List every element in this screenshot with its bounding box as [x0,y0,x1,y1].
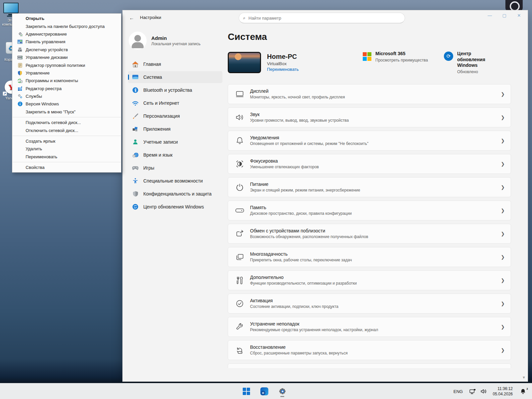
context-menu-item-label: Отключить сетевой диск... [26,128,78,133]
settings-row-activation[interactable]: Активация Состояние активации, подписки,… [228,294,511,314]
context-menu-item-label: Редактор реестра [26,86,62,91]
context-menu-item[interactable]: Панель управления [12,38,121,46]
outlook-taskbar-button[interactable] [258,385,271,398]
start-button[interactable] [240,385,253,398]
no-icon [17,16,23,21]
sidebar-item-label: Приложения [143,126,171,132]
context-menu-item[interactable]: Администрирование [12,30,121,38]
sidebar-item-home[interactable]: Главная [128,58,222,70]
sidebar-item-gaming[interactable]: Игры [128,162,222,174]
nearby-share-icon [235,229,245,239]
sidebar-item-label: Сеть и Интернет [143,100,179,106]
sidebar-item-label: Конфиденциальность и защита [143,191,211,197]
microsoft-365-card[interactable]: Microsoft 365 Просмотреть преимущества [363,51,429,74]
sidebar-item-system[interactable]: Система [128,71,222,83]
recovery-icon [235,345,245,355]
minimize-button[interactable]: — [482,10,497,20]
titlebar[interactable]: ← Настройки ⌕ Найти параметр — ▢ ✕ [123,10,528,26]
maximize-button[interactable]: ▢ [497,10,512,20]
sidebar-item-personalization[interactable]: Персонализация [128,110,222,122]
context-menu-item[interactable]: Подключить сетевой диск... [12,119,121,126]
bluetooth-icon [132,87,139,93]
chevron-right-icon: ❯ [501,208,505,213]
context-menu-item[interactable]: Создать ярлык [12,137,121,145]
context-menu-item[interactable]: Отключить сетевой диск... [12,126,121,134]
row-subtitle: Уровни громкости, вывод, ввод, звуковые … [250,118,349,123]
context-menu-item[interactable]: Службы [12,92,121,100]
scrollbar-down-arrow[interactable]: ▼ [522,375,526,379]
chevron-right-icon: ❯ [501,231,505,236]
partially-hidden-app-icon[interactable] [505,0,523,11]
context-menu-item[interactable]: Диспетчер устройств [12,46,121,54]
close-button[interactable]: ✕ [512,10,526,20]
sidebar-item-time-language[interactable]: Время и язык [128,149,222,161]
settings-row-focus[interactable]: Фокусировка Уменьшение отвлекающих факто… [228,154,511,174]
sidebar-item-accounts[interactable]: Учетные записи [128,136,222,148]
windows-update-card[interactable]: ⟳ Центр обновления Windows Обновлено [444,51,510,74]
context-menu-item[interactable]: Управление дисками [12,54,121,61]
settings-row-sound[interactable]: Звук Уровни громкости, вывод, ввод, звук… [228,107,511,127]
chevron-right-icon: ❯ [501,91,505,97]
notifications-icon [235,136,245,146]
context-menu-item[interactable]: Редактор реестра [12,85,121,92]
menu-separator [13,117,121,117]
settings-row-power[interactable]: Питание Экран и спящий режим, режим пита… [228,177,511,197]
update-title: Центр обновления Windows [457,51,500,68]
context-menu-item[interactable]: Закрепить в меню "Пуск" [12,108,121,116]
row-subtitle: Прикрепить окна, рабочие столы, переключ… [250,258,352,262]
accounts-icon [132,139,139,145]
dnd-z-badge: z [527,387,528,390]
search-input[interactable]: ⌕ Найти параметр [239,13,405,23]
context-menu-item-label: Управление дисками [26,55,68,60]
settings-row-nearby-share[interactable]: Обмен с устройствами поблизости Возможно… [228,224,511,244]
settings-row-recovery[interactable]: Восстановление Сброс, расширенные параме… [228,340,511,360]
context-menu-item[interactable]: Переименовать [12,153,121,161]
settings-taskbar-button[interactable] [276,385,289,398]
chevron-right-icon: ❯ [501,161,505,167]
chevron-right-icon: ❯ [501,324,505,330]
window-title: Настройки [140,15,161,20]
chevron-right-icon: ❯ [501,347,505,353]
settings-row-advanced[interactable]: Дополнительно Функции производительности… [228,270,511,290]
context-menu-item[interactable]: Удалить [12,145,121,153]
context-menu-item[interactable]: Программы и компоненты [12,77,121,84]
sidebar-item-label: Персонализация [143,113,180,119]
context-menu-item-label: Программы и компоненты [26,78,78,83]
notification-bell-icon[interactable]: z [519,388,527,395]
sidebar-item-windows-update[interactable]: Центр обновления Windows [128,201,222,213]
context-menu-item-label: Администрирование [26,32,67,37]
clock[interactable]: 11:36:12 05.04.2026 [491,385,514,397]
chevron-right-icon: ❯ [501,254,505,260]
microsoft-logo-icon [363,52,371,61]
settings-row-storage[interactable]: Память Дисковое пространство, диски, пра… [228,200,511,220]
back-button[interactable]: ← [127,14,136,22]
account-header[interactable]: Admin Локальная учетная запись [129,32,222,50]
network-tray-icon[interactable] [469,389,476,394]
settings-row-troubleshoot[interactable]: Устранение неполадок Рекомендуемые средс… [228,317,511,337]
settings-window: ← Настройки ⌕ Найти параметр — ▢ ✕ Admin… [122,10,528,382]
row-subtitle: Сброс, расширенные параметры запуска, ве… [250,351,348,355]
rename-link[interactable]: Переименовать [267,67,299,72]
context-menu-item[interactable]: Управление [12,69,121,77]
sidebar-item-accessibility[interactable]: Специальные возможности [128,175,222,187]
volume-tray-icon[interactable] [480,389,487,394]
context-menu-item[interactable]: Открыть [12,15,121,22]
context-menu-item[interactable]: Свойства [12,164,121,171]
sidebar-item-apps[interactable]: Приложения [128,123,222,135]
sidebar-item-network[interactable]: Сеть и Интернет [128,97,222,109]
settings-row-multitasking[interactable]: Многозадачность Прикрепить окна, рабочие… [228,247,511,267]
settings-row-partial[interactable] [228,363,511,368]
settings-row-display[interactable]: Дисплей Мониторы, яркость, ночной свет, … [228,84,511,104]
language-indicator[interactable]: ENG [452,388,465,395]
context-menu-item[interactable]: Редактор групповой политики [12,61,121,69]
sidebar-item-privacy[interactable]: Конфиденциальность и защита [128,188,222,200]
no-icon [17,109,23,114]
context-menu-item-label: Редактор групповой политики [26,63,85,68]
active-app-indicator [280,396,284,397]
settings-row-notifications[interactable]: Уведомления Оповещения от приложений и с… [228,131,511,151]
sidebar-item-label: Специальные возможности [143,178,203,184]
account-type: Локальная учетная запись [151,42,200,46]
context-menu-item[interactable]: Версия Windows [12,100,121,108]
context-menu-item[interactable]: Закрепить на панели быстрого доступа [12,22,121,30]
sidebar-item-bluetooth[interactable]: Bluetooth и устройства [128,84,222,96]
